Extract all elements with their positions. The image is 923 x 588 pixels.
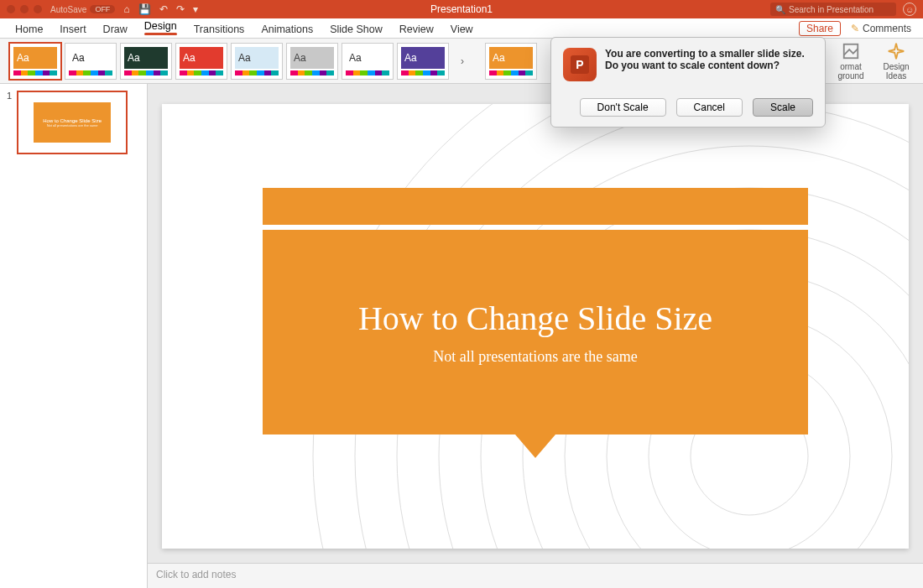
design-ideas-button[interactable]: Design Ideas [876,42,916,81]
notes-placeholder: Click to add notes [156,569,236,580]
format-background-button[interactable]: ormat ground [831,42,871,81]
theme-thumb[interactable]: Aa [231,43,283,80]
tab-design[interactable]: Design [136,17,185,38]
themes-gallery: Aa Aa Aa Aa Aa Aa Aa Aa [7,40,451,82]
tab-insert[interactable]: Insert [51,20,94,38]
theme-aa: Aa [238,52,251,64]
autosave-label: AutoSave [50,5,86,14]
theme-thumb[interactable]: Aa [397,43,449,80]
zoom-window-icon[interactable] [34,5,42,13]
titlebar-right: 🔍 ☺ [770,3,916,16]
theme-aa: Aa [294,52,306,64]
notes-pane[interactable]: Click to add notes [148,563,923,588]
variant-thumb[interactable]: Aa [485,43,537,80]
theme-thumb[interactable]: Aa [120,43,172,80]
design-ideas-label: Design Ideas [883,62,909,81]
save-icon[interactable]: 💾 [138,3,151,15]
search-input[interactable] [789,5,889,14]
format-background-icon [842,42,860,60]
slide-thumbnails-pane[interactable]: 1 How to Change Slide Size Not all prese… [0,84,148,588]
comments-icon: ✎ [851,23,859,34]
tab-draw[interactable]: Draw [95,20,136,38]
customize-qat-icon[interactable]: ▾ [193,3,198,15]
comments-button[interactable]: ✎ Comments [846,21,916,36]
tab-slideshow[interactable]: Slide Show [321,20,391,38]
titlebar: AutoSave OFF ⌂ 💾 ↶ ↷ ▾ Presentation1 🔍 ☺ [0,0,923,18]
powerpoint-app-icon: P [563,48,597,81]
theme-thumb[interactable]: Aa [342,43,394,80]
scale-content-dialog: P You are converting to a smaller slide … [550,37,826,127]
theme-aa: Aa [17,52,29,64]
minimize-window-icon[interactable] [20,5,29,13]
tab-animations[interactable]: Animations [253,20,321,38]
ribbon-tabs: Home Insert Draw Design Transitions Anim… [0,18,923,39]
ribbon-end-tools: ormat ground Design Ideas [831,42,916,81]
theme-thumb[interactable]: Aa [9,43,61,80]
theme-thumb[interactable]: Aa [286,43,338,80]
slide-canvas[interactable]: How to Change Slide Size Not all present… [162,104,909,549]
more-themes-icon[interactable]: › [456,55,468,67]
callout-pointer-icon [515,434,555,458]
theme-thumb[interactable]: Aa [65,43,117,80]
dialog-message: You are converting to a smaller slide si… [605,48,813,81]
slide-number: 1 [7,91,12,101]
theme-thumb[interactable]: Aa [175,43,227,80]
search-icon: 🔍 [775,5,785,14]
quick-access-toolbar: ⌂ 💾 ↶ ↷ ▾ [123,3,197,15]
account-icon[interactable]: ☺ [903,3,916,16]
tab-transitions[interactable]: Transitions [185,20,253,38]
theme-aa: Aa [404,52,417,64]
theme-aa: Aa [183,52,196,64]
design-ideas-icon [887,42,905,60]
theme-aa: Aa [349,52,362,64]
cancel-button[interactable]: Cancel [676,98,743,117]
slide-title[interactable]: How to Change Slide Size [358,299,712,338]
slide-thumb-1[interactable]: 1 How to Change Slide Size Not all prese… [7,91,140,154]
dont-scale-button[interactable]: Don't Scale [580,98,666,117]
tab-home[interactable]: Home [7,20,51,38]
home-icon[interactable]: ⌂ [123,3,129,15]
tab-review[interactable]: Review [391,20,442,38]
scale-button[interactable]: Scale [753,98,813,117]
theme-aa: Aa [493,52,505,64]
title-accent-bar [263,188,808,225]
autosave-state: OFF [90,5,115,13]
canvas-area[interactable]: How to Change Slide Size Not all present… [148,84,923,563]
thumb-content: How to Change Slide Size Not all present… [34,102,111,143]
workspace: 1 How to Change Slide Size Not all prese… [0,84,923,588]
redo-icon[interactable]: ↷ [176,3,185,15]
undo-icon[interactable]: ↶ [159,3,168,15]
slide-subtitle[interactable]: Not all presentations are the same [433,348,637,366]
document-title: Presentation1 [430,3,493,15]
autosave-toggle[interactable]: AutoSave OFF [50,5,115,14]
share-button[interactable]: Share [799,21,841,36]
thumb-subtitle: Not all presentations are the same [47,123,98,127]
theme-aa: Aa [128,52,140,64]
search-box[interactable]: 🔍 [770,3,896,16]
variants-gallery: Aa [485,43,537,80]
tab-view[interactable]: View [442,20,482,38]
slide-thumbnail[interactable]: How to Change Slide Size Not all present… [17,91,128,154]
close-window-icon[interactable] [7,5,15,13]
window-controls [7,5,42,13]
editor-pane: How to Change Slide Size Not all present… [148,84,923,588]
comments-label: Comments [863,23,911,34]
title-box[interactable]: How to Change Slide Size Not all present… [263,230,808,434]
theme-aa: Aa [72,52,85,64]
format-background-label: ormat ground [837,62,863,81]
